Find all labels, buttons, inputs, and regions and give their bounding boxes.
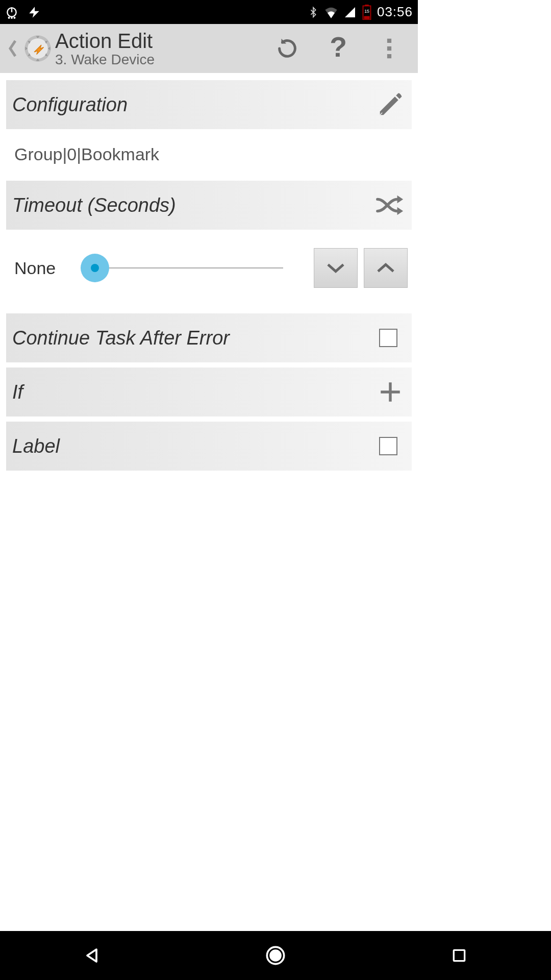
battery-icon: 15 [362, 5, 372, 20]
bolt-icon [28, 6, 41, 19]
continue-checkbox[interactable] [379, 329, 397, 347]
section-if[interactable]: If [6, 368, 412, 416]
section-continue-label: Continue Task After Error [12, 327, 379, 349]
configuration-value[interactable]: Group|0|Bookmark [0, 129, 418, 176]
svg-text:?: ? [330, 35, 347, 62]
section-label-label: Label [12, 435, 379, 457]
section-if-label: If [12, 381, 375, 403]
section-configuration-label: Configuration [12, 94, 375, 116]
section-timeout-label: Timeout (Seconds) [12, 194, 375, 216]
svg-text:15: 15 [364, 9, 369, 14]
section-timeout[interactable]: Timeout (Seconds) [6, 181, 412, 230]
svg-point-3 [11, 17, 12, 18]
timeout-decrement-button[interactable] [314, 248, 358, 288]
svg-point-2 [9, 17, 10, 18]
bluetooth-icon [308, 5, 319, 19]
shuffle-button[interactable] [375, 190, 406, 220]
more-vert-icon [386, 37, 392, 60]
chevron-up-icon [375, 262, 396, 274]
power-icon [5, 6, 18, 19]
back-button[interactable] [3, 38, 22, 59]
app-bar: Action Edit 3. Wake Device ? [0, 24, 418, 73]
label-checkbox[interactable] [379, 437, 397, 455]
timeout-increment-button[interactable] [364, 248, 408, 288]
page-title: Action Edit [55, 30, 272, 53]
timeout-slider-row: None [0, 230, 418, 308]
shuffle-icon [375, 194, 405, 216]
status-bar: 15 03:56 [0, 0, 418, 24]
svg-marker-17 [397, 195, 404, 203]
slider-thumb-icon [81, 254, 109, 282]
timeout-slider[interactable] [81, 253, 283, 283]
svg-point-4 [14, 17, 15, 18]
content-area: Configuration Group|0|Bookmark Timeout (… [0, 73, 418, 471]
plus-icon [378, 379, 403, 405]
refresh-icon [276, 37, 299, 60]
section-label[interactable]: Label [6, 422, 412, 471]
chevron-down-icon [325, 262, 346, 274]
cell-signal-icon [343, 6, 357, 18]
section-configuration[interactable]: Configuration [6, 80, 412, 129]
page-subtitle: 3. Wake Device [55, 52, 272, 68]
svg-rect-13 [387, 39, 391, 43]
svg-rect-8 [364, 16, 369, 19]
svg-marker-5 [29, 7, 39, 18]
overflow-menu-button[interactable] [374, 33, 405, 64]
section-continue-after-error[interactable]: Continue Task After Error [6, 313, 412, 362]
pencil-icon [377, 91, 404, 118]
svg-rect-15 [387, 54, 391, 58]
edit-button[interactable] [375, 89, 406, 120]
wifi-icon [324, 6, 338, 18]
help-button[interactable]: ? [323, 33, 354, 64]
question-icon: ? [328, 35, 348, 62]
timeout-slider-value: None [14, 258, 70, 278]
refresh-button[interactable] [272, 33, 303, 64]
clock-text: 03:56 [377, 4, 413, 20]
app-logo-icon[interactable] [22, 33, 53, 64]
add-condition-button[interactable] [375, 377, 406, 407]
svg-rect-14 [387, 46, 391, 51]
svg-marker-18 [397, 207, 404, 215]
